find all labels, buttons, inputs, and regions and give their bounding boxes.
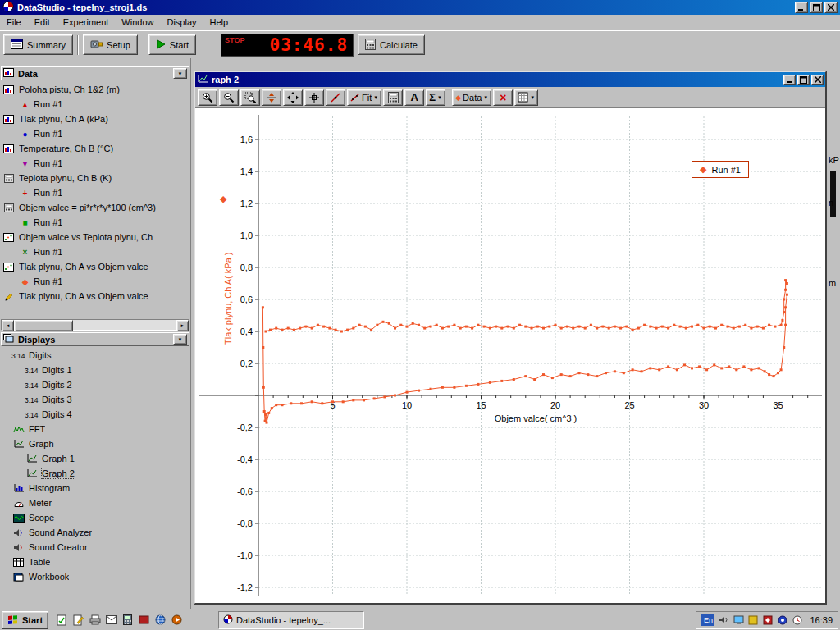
data-source-row[interactable]: Objem valce vs Teplota plynu, Ch [1,230,189,244]
browser-icon[interactable] [153,613,167,627]
display-item-graph-2[interactable]: Graph 2 [1,466,189,481]
chevron-down-icon: ▼ [530,95,535,100]
scale-to-fit-button[interactable] [283,89,303,106]
data-source-row[interactable]: Objem valce = pi*r*r*y*100 (cm^3) [1,200,189,215]
menu-edit[interactable]: Edit [28,16,57,29]
legend[interactable]: ◆ Run #1 [692,161,749,178]
display-item-digits[interactable]: 3.14Digits [1,348,189,363]
menu-help[interactable]: Help [203,16,235,29]
display-item-fft[interactable]: FFT [1,422,189,436]
zoom-in-button[interactable] [198,89,217,106]
displays-panel-dropdown-icon[interactable]: ▼ [173,334,187,345]
summary-button[interactable]: Summary [3,34,73,55]
printer-icon[interactable] [88,613,102,627]
language-indicator[interactable]: En [701,614,714,626]
maximize-icon[interactable] [797,75,810,85]
data-menu-button[interactable]: ◆ Data ▼ [452,89,491,106]
display-item-graph[interactable]: Graph [1,436,189,451]
data-panel-dropdown-icon[interactable]: ▼ [173,68,187,79]
display-item-graph-1[interactable]: Graph 1 [1,451,189,466]
smart-tool-button[interactable] [304,89,324,106]
data-source-row[interactable]: Teplota plynu, Ch B (K) [1,171,189,185]
start-button[interactable]: Start [148,34,196,55]
svg-text:1,4: 1,4 [240,167,253,176]
data-source-row[interactable]: Poloha pistu, Ch 1&2 (m) [1,82,189,97]
align-scales-button[interactable] [262,89,281,106]
graph-calculator-button[interactable] [383,89,403,106]
close-icon[interactable] [811,75,824,85]
minimize-icon[interactable] [783,75,796,85]
taskbar-clock[interactable]: 16:39 [810,615,833,625]
plot-area[interactable]: 1,61,41,21,00,80,60,40,2-0,2-0,4-0,6-0,8… [195,108,825,603]
data-source-row[interactable]: Temperature, Ch B (°C) [1,141,189,156]
display-item-table[interactable]: Table [1,555,189,569]
run-row[interactable]: ◆Run #1 [1,274,189,289]
data-horizontal-scrollbar[interactable]: ◄ ► [1,319,189,331]
volume-icon[interactable] [718,614,729,626]
taskbar: Start DataStudio - tepelny_... En 16:39 [0,609,840,630]
text-annotation-button[interactable]: A [404,89,424,106]
calculator-icon[interactable] [121,613,135,627]
fit-label: Fit [362,93,372,103]
minimize-icon[interactable] [795,2,808,13]
display-item-meter[interactable]: Meter [1,495,189,510]
display-item-digits-3[interactable]: 3.14Digits 3 [1,392,189,407]
scroll-left-icon[interactable]: ◄ [2,320,14,331]
scrollbar-track[interactable] [73,320,176,330]
graph-titlebar[interactable]: raph 2 [195,72,825,87]
close-icon[interactable] [824,2,838,13]
graph-settings-button[interactable]: ▼ [514,89,538,106]
tray-icon[interactable] [747,614,759,626]
fit-menu-button[interactable]: Fit ▼ [347,89,381,106]
document-check-icon[interactable] [55,613,69,627]
scroll-right-icon[interactable]: ► [176,320,189,331]
remove-button[interactable]: × [493,89,513,106]
display-item-digits-4[interactable]: 3.14Digits 4 [1,407,189,422]
menu-display[interactable]: Display [160,16,203,29]
display-settings-icon[interactable] [733,614,744,626]
run-row[interactable]: ●Run #1 [1,126,189,141]
data-source-row[interactable]: Tlak plynu, Ch A vs Objem valce [1,259,189,274]
display-item-digits-2[interactable]: 3.14Digits 2 [1,377,189,392]
menu-window[interactable]: Window [115,16,160,29]
calculate-button[interactable]: Calculate [358,34,425,55]
media-icon[interactable] [170,613,184,627]
mail-icon[interactable] [104,613,118,627]
display-item-workbook[interactable]: Workbook [1,569,189,584]
tray-icon[interactable] [777,614,788,626]
run-row[interactable]: ▲Run #1 [1,97,189,112]
data-source-row[interactable]: Tlak plynu, Ch A vs Objem valce [1,289,189,304]
menubar: File Edit Experiment Window Display Help [0,15,840,30]
menu-file[interactable]: File [0,16,28,29]
display-item-sound-analyzer[interactable]: Sound Analyzer [1,525,189,540]
zoom-select-button[interactable] [240,89,260,106]
graph-window: raph 2 Fit ▼ A Σ ▼ ◆ [194,71,827,605]
zoom-out-button[interactable] [219,89,239,106]
run-row[interactable]: ▼Run #1 [1,156,189,171]
run-row[interactable]: +Run #1 [1,185,189,200]
antivirus-icon[interactable] [762,614,774,626]
x-axis-title[interactable]: Objem valce( cm^3 ) [466,413,605,423]
display-item-digits-1[interactable]: 3.14Digits 1 [1,363,189,377]
menu-experiment[interactable]: Experiment [57,16,116,29]
scheduler-icon[interactable] [792,614,803,626]
statistics-button[interactable]: Σ ▼ [426,89,445,106]
task-button-datastudio[interactable]: DataStudio - tepelny_... [218,611,364,629]
display-item-histogram[interactable]: Histogram [1,481,189,495]
setup-button[interactable]: Setup [83,34,138,55]
display-item-label: Graph 1 [42,454,75,463]
svg-text:30: 30 [699,400,709,410]
display-item-scope[interactable]: Scope [1,510,189,525]
scrollbar-thumb[interactable] [14,320,73,331]
run-row[interactable]: ■Run #1 [1,215,189,230]
timer-value: 03:46.8 [270,35,349,55]
slope-tool-button[interactable] [326,89,345,106]
red-book-icon[interactable] [137,613,151,627]
start-menu-button[interactable]: Start [2,611,48,629]
display-item-sound-creator[interactable]: Sound Creator [1,540,189,555]
y-axis-title[interactable]: Tlak plynu, Ch A( kPa ) [223,253,233,345]
data-source-row[interactable]: Tlak plynu, Ch A (kPa) [1,112,189,126]
run-row[interactable]: ×Run #1 [1,244,189,259]
maximize-icon[interactable] [810,2,823,13]
document-pen-icon[interactable] [71,613,85,627]
